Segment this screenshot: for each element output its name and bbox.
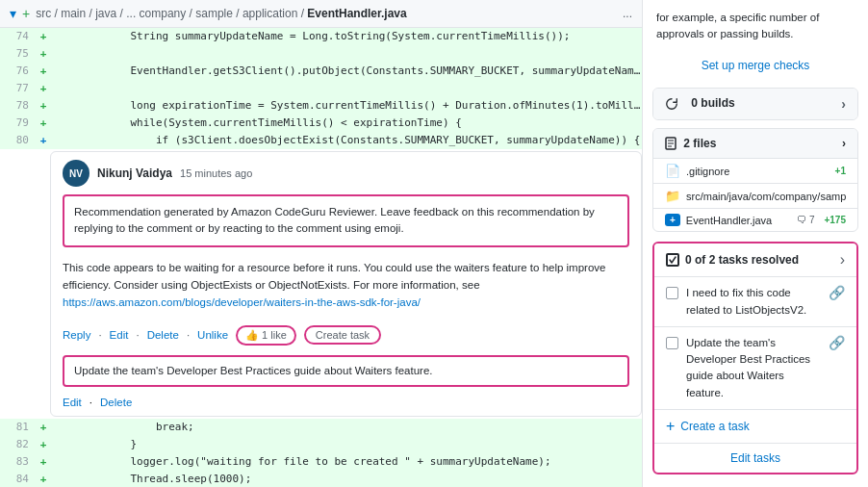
comment-time: 15 minutes ago (180, 167, 252, 179)
tasks-resolved-label: 0 of 2 tasks resolved (685, 253, 799, 267)
comment-block: NV Nikunj Vaidya 15 minutes ago Recommen… (50, 151, 642, 417)
right-panel: for example, a specific number of approv… (643, 0, 868, 487)
comment-actions: Reply · Edit · Delete · Unlike 👍 1 like … (51, 320, 641, 351)
reply-link[interactable]: Reply (63, 329, 90, 341)
file-icon (665, 137, 679, 150)
task-1-link-icon[interactable]: 🔗 (829, 285, 845, 300)
edit-tasks-row: Edit tasks (654, 443, 856, 473)
code-line-79: 79 + while(System.currentTimeMillis() < … (0, 115, 642, 132)
task-2-text: Update the team's Developer Best Practic… (686, 335, 821, 401)
code-line-81: 81 + break; (0, 419, 642, 436)
comment-body: This code appears to be waiting for a re… (51, 255, 641, 320)
file-item-src: 📁 src/main/java/com/company/samp (653, 183, 857, 208)
task-item-1: I need to fix this code related to ListO… (654, 276, 856, 326)
create-task-row[interactable]: + Create a task (654, 409, 856, 443)
left-panel: ▾ + src / main / java / ... company / sa… (0, 0, 643, 487)
files-section: 2 files › 📄 .gitignore +1 📁 src/main/jav… (652, 128, 858, 233)
code-line-84: 84 + Thread.sleep(1000); (0, 471, 642, 487)
add-file-icon: + (22, 6, 30, 21)
task-2-link-icon[interactable]: 🔗 (829, 335, 845, 350)
task-1-checkbox[interactable] (666, 287, 678, 299)
code-line-78: 78 + long expirationTime = System.curren… (0, 97, 642, 115)
gitignore-badge: +1 (835, 166, 846, 176)
code-line-83: 83 + logger.log("waiting for file to be … (0, 453, 642, 471)
code-line-77: 77 + (0, 80, 642, 97)
code-line-76: 76 + EventHandler.getS3Client().putObjec… (0, 63, 642, 80)
comment-header: NV Nikunj Vaidya 15 minutes ago (51, 152, 641, 194)
files-section-header[interactable]: 2 files › (653, 129, 857, 159)
folder-icon: 📁 (665, 189, 680, 203)
task-delete-link[interactable]: Delete (100, 397, 132, 408)
file-path: src / main / java / ... company / sample… (36, 7, 617, 20)
task-item-2: Update the team's Developer Best Practic… (654, 326, 856, 409)
task-2-checkbox[interactable] (666, 337, 678, 349)
waiters-link[interactable]: https://aws.amazon.com/blogs/developer/w… (63, 296, 421, 308)
create-task-plus-icon: + (666, 418, 675, 435)
gitignore-icon: 📄 (665, 164, 680, 178)
eventhandler-badge: + (665, 214, 680, 226)
file-item-eventhandler: + EventHandler.java 🗨 7 +175 (653, 208, 857, 231)
like-button[interactable]: 👍 1 like (236, 325, 296, 346)
rp-top-text: for example, a specific number of approv… (643, 0, 868, 53)
more-options-button[interactable]: ... (623, 7, 632, 20)
filename: EventHandler.java (307, 7, 406, 20)
builds-section-header[interactable]: 0 builds › (653, 89, 857, 119)
collapse-toggle[interactable]: ▾ (10, 6, 16, 21)
setup-merge-checks-link[interactable]: Set up merge checks (643, 53, 868, 84)
guru-recommendation-box: Recommendation generated by Amazon CodeG… (63, 194, 629, 247)
task-box: Update the team's Developer Best Practic… (63, 355, 629, 387)
task-box-actions: Edit · Delete (51, 395, 641, 416)
code-area: 74 + String summaryUpdateName = Long.toS… (0, 28, 642, 487)
create-task-label: Create a task (680, 420, 749, 433)
task-edit-link[interactable]: Edit (63, 397, 82, 408)
edit-tasks-button[interactable]: Edit tasks (730, 451, 780, 465)
file-item-gitignore: 📄 .gitignore +1 (653, 158, 857, 183)
code-line-82: 82 + } (0, 436, 642, 453)
files-chevron-icon: › (842, 137, 846, 150)
task-1-text: I need to fix this code related to ListO… (686, 285, 821, 319)
code-line-74: 74 + String summaryUpdateName = Long.toS… (0, 28, 642, 45)
code-line-80: 80 + if (s3Client.doesObjectExist(Consta… (0, 132, 642, 149)
tasks-checkbox-icon (666, 253, 679, 267)
builds-section: 0 builds › (652, 88, 858, 120)
eventhandler-plus-badge: +175 (824, 215, 846, 225)
edit-link[interactable]: Edit (110, 329, 129, 341)
unlike-link[interactable]: Unlike (197, 329, 228, 341)
builds-chevron-icon: › (841, 96, 846, 112)
tasks-chevron-icon: › (840, 251, 845, 269)
tasks-header[interactable]: 0 of 2 tasks resolved › (654, 244, 856, 276)
code-line-75: 75 + (0, 45, 642, 63)
build-icon (665, 96, 685, 110)
avatar: NV (63, 160, 89, 187)
tasks-section: 0 of 2 tasks resolved › I need to fix th… (652, 242, 858, 474)
delete-link[interactable]: Delete (147, 329, 179, 341)
file-header: ▾ + src / main / java / ... company / sa… (0, 0, 642, 28)
create-task-button[interactable]: Create task (304, 325, 381, 345)
comment-author: Nikunj Vaidya (97, 167, 172, 180)
